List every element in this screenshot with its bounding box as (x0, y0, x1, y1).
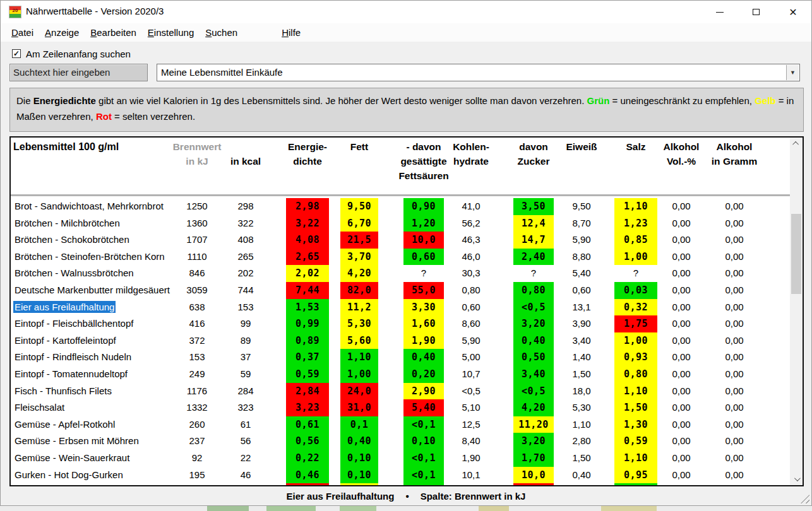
cell-kohlenhydrate[interactable]: 5,90 (439, 332, 503, 349)
cell-kohlenhydrate[interactable]: 0,60 (439, 299, 503, 316)
cell-kohlenhydrate[interactable]: 30,3 (439, 265, 503, 282)
cell-lebensmittel-name[interactable]: Brötchen - Steinofen-Brötchen Korn (13, 249, 166, 266)
cell-alkohol-gramm[interactable]: 0,00 (703, 467, 766, 484)
cell-lebensmittel-name[interactable]: Eintopf - Fleischbällchentopf (13, 315, 134, 332)
cell-zucker[interactable]: 0,80 (513, 282, 554, 299)
cell-alkohol-gramm[interactable]: 0,00 (703, 399, 766, 416)
cell-zucker[interactable]: <0,5 (513, 299, 554, 316)
cell-eiweiss[interactable]: 5,90 (550, 232, 613, 249)
cell-lebensmittel-name[interactable]: Brötchen - Milchbrötchen (13, 215, 121, 232)
cell-gesaettigte-fettsaeuren[interactable]: <0,1 (403, 467, 444, 484)
cell-energiedichte[interactable]: 2,98 (286, 198, 329, 215)
cell-gesaettigte-fettsaeuren[interactable]: 10,0 (403, 232, 444, 249)
table-row[interactable]: Gemüse - Erbsen mit Möhren237560,560,400… (11, 433, 790, 450)
cell-energiedichte[interactable]: 2,84 (286, 383, 329, 400)
cell-eiweiss[interactable]: 1,40 (550, 349, 613, 366)
table-row[interactable]: Gurken - Hot Dog-Gurken195460,460,10<0,1… (11, 467, 790, 484)
cell-zucker[interactable]: 3,20 (513, 315, 554, 332)
header-brennwert-kj[interactable]: Brennwert (162, 141, 232, 153)
table-row[interactable]: Eintopf - Fleischbällchentopf416990,995,… (11, 315, 790, 332)
cell-fett[interactable]: 0,10 (340, 467, 378, 484)
cell-lebensmittel-name[interactable]: Eintopf - Tomatennudeltopf (13, 366, 129, 383)
table-row[interactable]: Eintopf - Rindfleisch Nudeln153370,371,1… (11, 349, 790, 366)
cell-kcal[interactable]: 99 (214, 315, 277, 332)
cell-fett[interactable]: 5,30 (340, 315, 378, 332)
cell-kohlenhydrate[interactable]: 5,00 (439, 349, 503, 366)
cell-kcal[interactable]: 408 (214, 232, 277, 249)
cell-alkohol-gramm[interactable]: 0,00 (703, 299, 766, 316)
table-row[interactable]: Gemüse - Wein-Sauerkraut92220,220,10<0,1… (11, 450, 790, 467)
cell-lebensmittel-name[interactable]: Brötchen - Schokobrötchen (13, 232, 131, 249)
cell-gesaettigte-fettsaeuren[interactable]: 0,60 (403, 249, 444, 266)
header-energiedichte[interactable]: dichte (276, 156, 339, 167)
header-fett[interactable]: Fett (328, 141, 391, 153)
cell-fett[interactable]: 0,1 (340, 416, 378, 433)
dropdown-button[interactable]: ▼ (786, 65, 799, 80)
cell-zucker[interactable]: 3,50 (513, 198, 554, 215)
cell-energiedichte[interactable]: 2,65 (286, 249, 329, 266)
cell-lebensmittel-name[interactable]: Eintopf - Kartoffeleintopf (13, 332, 117, 349)
cell-lebensmittel-name[interactable]: Gurken - Hot Dog-Gurken (13, 467, 124, 484)
cell-alkohol-gramm[interactable]: 0,00 (703, 450, 766, 467)
cell-alkohol-gramm[interactable]: 0,00 (703, 265, 766, 282)
cell-kcal[interactable]: 59 (214, 366, 277, 383)
header-kohlenhydrate[interactable]: Kohlen- (439, 141, 503, 153)
minimize-button[interactable] (705, 1, 734, 23)
cell-eiweiss[interactable]: 5,40 (550, 265, 613, 282)
cell-gesaettigte-fettsaeuren[interactable]: 0,20 (403, 366, 444, 383)
cell-kcal[interactable]: 56 (214, 433, 277, 450)
cell-eiweiss[interactable]: 3,40 (550, 332, 613, 349)
header-alkohol-gramm[interactable]: in Gramm (703, 156, 766, 167)
cell-energiedichte[interactable]: 3,23 (286, 399, 329, 416)
cell-kcal[interactable]: 298 (214, 198, 277, 215)
vertical-scrollbar[interactable] (790, 138, 803, 485)
cell-gesaettigte-fettsaeuren[interactable]: 5,40 (403, 399, 444, 416)
cell-eiweiss[interactable]: 13,1 (550, 299, 613, 316)
table-row[interactable]: Brötchen - Schokobrötchen17074084,0821,5… (11, 232, 790, 249)
cell-kcal[interactable]: 284 (214, 383, 277, 400)
cell-gesaettigte-fettsaeuren[interactable]: 3,30 (403, 299, 444, 316)
table-row[interactable]: Eier aus Freilaufhaltung6381531,5311,23,… (11, 299, 790, 316)
cell-gesaettigte-fettsaeuren[interactable]: 1,20 (403, 215, 444, 232)
resize-grip[interactable] (801, 495, 809, 503)
cell-eiweiss[interactable]: 0,40 (550, 467, 613, 484)
cell-alkohol-gramm[interactable]: 0,00 (703, 198, 766, 215)
cell-zucker[interactable]: ? (513, 265, 554, 282)
table-row[interactable]: Eintopf - Tomatennudeltopf249590,591,000… (11, 366, 790, 383)
cell-alkohol-gramm[interactable]: 0,00 (703, 366, 766, 383)
table-row[interactable]: Gemüse - Apfel-Rotkohl260610,610,1<0,112… (11, 416, 790, 433)
cell-gesaettigte-fettsaeuren[interactable]: 0,10 (403, 433, 444, 450)
cell-eiweiss[interactable]: 8,70 (550, 215, 613, 232)
header-eiweiss[interactable]: Eiweiß (550, 141, 613, 153)
table-row[interactable]: Brötchen - Milchbrötchen13603223,226,701… (11, 215, 790, 232)
search-input[interactable]: Suchtext hier eingeben (9, 64, 148, 81)
cell-alkohol-gramm[interactable]: 0,00 (703, 249, 766, 266)
cell-fett[interactable]: 11,2 (340, 299, 378, 316)
cell-gesaettigte-fettsaeuren[interactable]: 55,0 (403, 282, 444, 299)
cell-kohlenhydrate[interactable]: 8,40 (439, 433, 503, 450)
table-row[interactable]: Brötchen - Walnussbrötchen8462022,024,20… (11, 265, 790, 282)
cell-kohlenhydrate[interactable]: 56,2 (439, 215, 503, 232)
cell-kohlenhydrate[interactable]: 41,0 (439, 198, 503, 215)
table-row[interactable]: Fleischsalat13323233,2331,05,405,104,205… (11, 399, 790, 416)
cell-lebensmittel-name[interactable]: Fleischsalat (13, 399, 66, 416)
scrollbar-thumb[interactable] (791, 214, 801, 294)
maximize-button[interactable] (741, 1, 770, 23)
table-row[interactable]: Eintopf - Kartoffeleintopf372890,895,601… (11, 332, 790, 349)
header-gesaettigte-fettsaeuren[interactable]: Fettsäuren (392, 170, 455, 182)
cell-kohlenhydrate[interactable]: 10,1 (439, 467, 503, 484)
cell-energiedichte[interactable]: 0,59 (286, 366, 329, 383)
cell-lebensmittel-name[interactable]: Gemüse - Apfel-Rotkohl (13, 416, 116, 433)
cell-lebensmittel-name[interactable]: Eintopf - Rindfleisch Nudeln (13, 349, 133, 366)
cell-energiedichte[interactable]: 7,44 (286, 282, 329, 299)
cell-fett[interactable]: 82,0 (340, 282, 378, 299)
cell-fett[interactable]: 3,70 (340, 249, 378, 266)
header-zucker[interactable]: Zucker (502, 156, 565, 167)
cell-gesaettigte-fettsaeuren[interactable]: 1,60 (403, 315, 444, 332)
cell-eiweiss[interactable]: 2,80 (550, 433, 613, 450)
menu-item-anzeige[interactable]: Anzeige (39, 25, 85, 40)
cell-zucker[interactable]: 0,40 (513, 332, 554, 349)
cell-kcal[interactable]: 323 (214, 399, 277, 416)
cell-fett[interactable]: 21,5 (340, 232, 378, 249)
cell-energiedichte[interactable]: 0,56 (286, 433, 329, 450)
